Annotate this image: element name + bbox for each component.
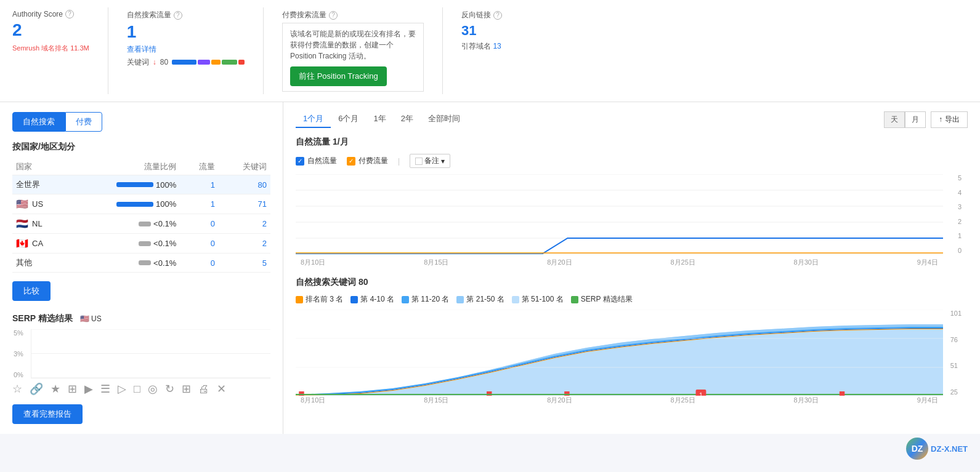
authority-score-metric: Authority Score ? 2 Semrush 域名排名 11.3M (12, 7, 108, 94)
traffic-chart-section: 自然流量 1/月 ✓ 自然流量 ✓ 付费流量 | 备注 ▾ (296, 137, 968, 267)
country-flag: 🇳🇱 (16, 218, 28, 230)
legend-paid[interactable]: ✓ 付费流量 (347, 156, 388, 166)
ky-101: 101 (950, 310, 962, 317)
traffic-bar (139, 222, 151, 226)
kw-legend-51-100[interactable]: 第 51-100 名 (512, 294, 564, 305)
country-flag: 🇨🇦 (16, 238, 28, 249)
time-tab-all[interactable]: 全部时间 (421, 111, 468, 128)
tab-organic[interactable]: 自然搜索 (12, 112, 65, 132)
table-row: 全世界100%180 (12, 175, 270, 194)
serp-icon-grid: ⊞ (68, 382, 77, 396)
keywords-chart-title: 自然搜索关键词 80 (296, 277, 968, 288)
time-tab-2years[interactable]: 2年 (394, 111, 421, 128)
keywords-value: 80 (160, 58, 168, 66)
keywords-down-icon: ↓ (153, 58, 156, 66)
kw-dot-top3 (296, 296, 303, 303)
serp-icon-star-empty: ☆ (12, 382, 22, 396)
ky-76: 76 (950, 336, 962, 343)
country-name-label: CA (32, 239, 43, 248)
country-table: 国家 流量比例 流量 关键词 全世界100%180🇺🇸US100%171🇳🇱NL… (12, 159, 270, 273)
time-tab-1month[interactable]: 1个月 (296, 111, 331, 128)
kw-dot-11-20 (402, 296, 409, 303)
organic-traffic-detail: 查看详情 (127, 44, 245, 55)
export-button[interactable]: ↑ 导出 (931, 111, 968, 128)
backlinks-metric: 反向链接 ? 31 引荐域名 13 (461, 7, 541, 94)
serp-chart-area (31, 329, 270, 378)
y-2: 2 (958, 218, 962, 225)
keywords-value-cell: 2 (219, 234, 270, 254)
main-content: 自然搜索 付费 按国家/地区划分 国家 流量比例 流量 关键词 全世界100%1… (0, 102, 980, 434)
x-aug10: 8月10日 (301, 258, 325, 267)
y-1: 1 (958, 232, 962, 239)
keywords-value-cell: 80 (219, 175, 270, 194)
country-flag: 🇺🇸 (16, 198, 28, 210)
traffic-percentage: <0.1% (153, 219, 176, 228)
backlinks-info-icon[interactable]: ? (493, 11, 502, 20)
country-name-label: NL (32, 219, 43, 228)
x-sep4: 9月4日 (917, 258, 938, 267)
organic-traffic-value: 1 (127, 23, 245, 42)
traffic-ratio-cell: <0.1% (69, 234, 180, 254)
kx-aug20: 8月20日 (547, 396, 572, 405)
keywords-x-axis: 8月10日 8月15日 8月20日 8月25日 8月30日 9月4日 (296, 396, 943, 405)
serp-icon-play: ▶ (84, 382, 93, 396)
view-day-button[interactable]: 天 (884, 111, 905, 128)
y-0: 0 (958, 247, 962, 254)
view-detail-link[interactable]: 查看详情 (127, 45, 156, 54)
keywords-chart-container: 1 101 76 51 25 8月10日 8月15日 8月20日 8月 (296, 310, 968, 405)
traffic-percentage: 100% (156, 180, 176, 190)
kw-legend-21-50[interactable]: 第 21-50 名 (456, 294, 504, 305)
go-position-tracking-button[interactable]: 前往 Position Tracking (290, 66, 387, 86)
tab-paid[interactable]: 付费 (65, 112, 102, 132)
traffic-value-cell: 0 (180, 234, 219, 254)
referring-domains-link[interactable]: 13 (493, 42, 501, 50)
kw-legend-11-20[interactable]: 第 11-20 名 (402, 294, 449, 305)
legend-organic-check: ✓ (296, 157, 304, 166)
paid-traffic-description: 该域名可能是新的或现在没有排名，要获得付费流量的数据，创建一个 Position… (290, 28, 416, 62)
serp-icon-star: ★ (51, 382, 60, 396)
country-section-title: 按国家/地区划分 (12, 142, 270, 153)
traffic-chart-container: 5 4 3 2 1 0 8月10日 8月15日 8月20日 8月25日 8月30… (296, 174, 968, 267)
keywords-value-cell: 5 (219, 254, 270, 273)
country-name-cell: 🇳🇱NL (12, 214, 69, 234)
notes-dropdown[interactable]: 备注 ▾ (410, 154, 450, 168)
country-name-label: 全世界 (16, 179, 40, 190)
notes-chevron-icon: ▾ (441, 157, 445, 166)
traffic-x-axis: 8月10日 8月15日 8月20日 8月25日 8月30日 9月4日 (296, 258, 943, 267)
legend-organic[interactable]: ✓ 自然流量 (296, 156, 337, 166)
authority-score-label: Authority Score ? (12, 10, 89, 18)
kw-legend-4-10[interactable]: 第 4-10 名 (350, 294, 394, 305)
col-traffic-ratio: 流量比例 (69, 159, 180, 175)
legend-organic-label: 自然流量 (307, 156, 337, 166)
serp-y-0: 0% (14, 371, 23, 378)
kw-label-top3: 排名前 3 名 (306, 294, 343, 305)
serp-y-labels: 5% 3% 0% (14, 329, 23, 378)
view-month-button[interactable]: 月 (905, 111, 926, 128)
serp-section: SERP 精选结果 🇺🇸 US 5% 3% 0% ☆ (12, 313, 270, 424)
kx-aug30: 8月30日 (794, 396, 819, 405)
compare-button[interactable]: 比较 (12, 281, 51, 301)
organic-traffic-metric: 自然搜索流量 ? 1 查看详情 关键词 ↓ 80 (127, 7, 264, 94)
kx-aug25: 8月25日 (670, 396, 695, 405)
country-name-cell: 🇺🇸US (12, 194, 69, 214)
kw-legend-top3[interactable]: 排名前 3 名 (296, 294, 343, 305)
traffic-percentage: <0.1% (153, 258, 176, 268)
traffic-bar (139, 241, 151, 246)
traffic-chart-wrap: 5 4 3 2 1 0 (296, 174, 943, 254)
serp-icon-circle: ◎ (148, 382, 158, 396)
export-icon: ↑ (939, 115, 942, 124)
time-tab-6months[interactable]: 6个月 (331, 111, 366, 128)
kw-legend-serp[interactable]: SERP 精选结果 (571, 294, 633, 305)
paid-traffic-info-icon[interactable]: ? (329, 11, 338, 20)
traffic-legend-row: ✓ 自然流量 ✓ 付费流量 | 备注 ▾ (296, 154, 968, 168)
kw-label-11-20: 第 11-20 名 (411, 294, 449, 305)
traffic-ratio-cell: <0.1% (69, 214, 180, 234)
full-report-button[interactable]: 查看完整报告 (12, 404, 83, 424)
time-tab-1year[interactable]: 1年 (366, 111, 393, 128)
traffic-value-cell: 1 (180, 175, 219, 194)
organic-traffic-label: 自然搜索流量 ? (127, 10, 245, 20)
col-keywords: 关键词 (219, 159, 270, 175)
organic-traffic-info-icon[interactable]: ? (174, 11, 182, 20)
y-5: 5 (958, 174, 962, 182)
authority-score-info-icon[interactable]: ? (65, 10, 74, 18)
